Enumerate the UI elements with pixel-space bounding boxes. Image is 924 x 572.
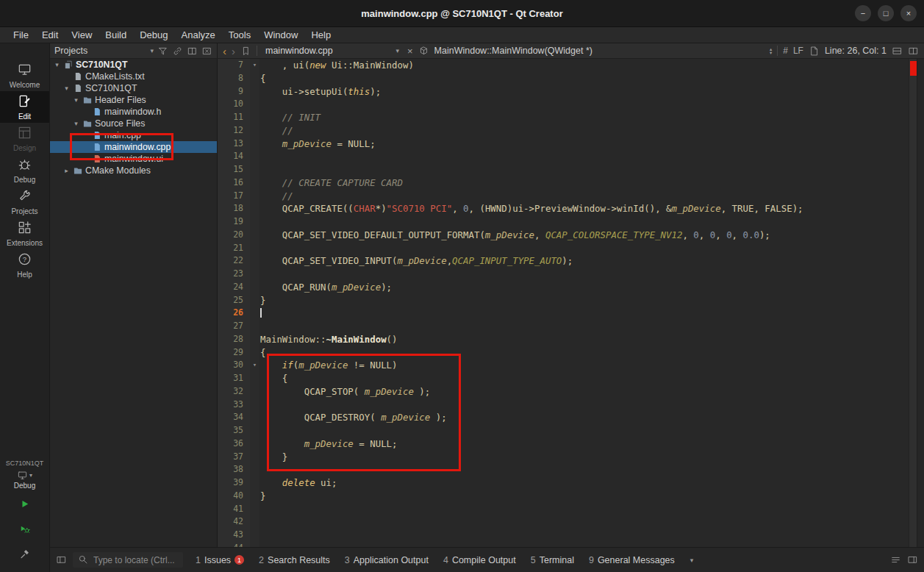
tree-item-mainwindow-h[interactable]: mainwindow.h	[50, 106, 217, 118]
code-line-25[interactable]: 25}	[218, 294, 909, 307]
expander-icon[interactable]: ▾	[62, 85, 71, 92]
tree-item-cmakelists-txt[interactable]: CMakeLists.txt	[50, 71, 217, 82]
output-pane-search-results[interactable]: 2Search Results	[252, 553, 337, 568]
code-line-19[interactable]: 19	[218, 215, 909, 229]
tree-item-mainwindow-ui[interactable]: mainwindow.ui	[50, 153, 217, 165]
code-line-22[interactable]: 22 QCAP_SET_VIDEO_INPUT(m_pDevice,QCAP_I…	[218, 254, 909, 268]
mode-projects[interactable]: Projects	[0, 186, 49, 218]
editor-scrollbar[interactable]	[909, 59, 917, 547]
code-line-14[interactable]: 14	[218, 150, 909, 163]
mode-extensions[interactable]: Extensions	[0, 218, 49, 249]
tree-item-sc710n1qt[interactable]: ▾SC710N1QT	[50, 59, 217, 71]
mode-debug[interactable]: Debug	[0, 154, 49, 186]
code-line-37[interactable]: 37 }	[218, 451, 909, 464]
tree-item-main-cpp[interactable]: main.cpp	[50, 129, 217, 141]
code-line-10[interactable]: 10	[218, 98, 909, 111]
code-line-12[interactable]: 12 //	[218, 124, 909, 137]
build-button[interactable]	[0, 543, 49, 565]
code-line-17[interactable]: 17 //	[218, 190, 909, 203]
menu-debug[interactable]: Debug	[134, 28, 173, 42]
locator-input[interactable]: Type to locate (Ctrl...	[73, 552, 183, 568]
code-line-21[interactable]: 21	[218, 242, 909, 255]
menu-edit[interactable]: Edit	[36, 28, 64, 42]
menu-view[interactable]: View	[65, 28, 98, 42]
mode-welcome[interactable]: Welcome	[0, 60, 49, 91]
output-pane-terminal[interactable]: 5Terminal	[524, 553, 581, 568]
tree-item-cmake-modules[interactable]: ▸CMake Modules	[50, 165, 217, 176]
mode-design[interactable]: Design	[0, 123, 49, 154]
expander-icon[interactable]: ▾	[53, 61, 61, 68]
output-pane-compile-output[interactable]: 4Compile Output	[437, 553, 523, 568]
output-pane-general-messages[interactable]: 9General Messages	[582, 553, 681, 568]
bookmark-icon[interactable]	[240, 46, 251, 57]
tree-item-mainwindow-cpp[interactable]: mainwindow.cpp	[50, 141, 217, 153]
output-pane-application-output[interactable]: 3Application Output	[338, 553, 435, 568]
mode-edit[interactable]: Edit	[0, 91, 49, 123]
code-line-38[interactable]: 38	[218, 463, 909, 476]
go-back-icon[interactable]: ‹	[223, 46, 226, 57]
code-line-16[interactable]: 16 // CREATE CAPTURE CARD	[218, 176, 909, 190]
toggle-left-sidebar-icon[interactable]	[56, 554, 67, 565]
symbol-selector[interactable]: MainWindow::MainWindow(QWidget *) ▴▾	[434, 46, 773, 56]
run-button[interactable]	[0, 493, 49, 515]
split-pane-icon[interactable]	[187, 46, 198, 57]
code-line-24[interactable]: 24 QCAP_RUN(m_pDevice);	[218, 281, 909, 294]
tree-item-sc710n1qt[interactable]: ▾SC710N1QT	[50, 82, 217, 94]
code-line-13[interactable]: 13 m_pDevice = NULL;	[218, 137, 909, 151]
code-line-36[interactable]: 36 m_pDevice = NULL;	[218, 437, 909, 451]
code-line-9[interactable]: 9 ui->setupUi(this);	[218, 85, 909, 99]
menu-tools[interactable]: Tools	[223, 28, 257, 42]
maximize-button[interactable]: □	[878, 5, 894, 21]
open-document-selector[interactable]: mainwindow.cpp ▾	[262, 46, 402, 56]
code-line-23[interactable]: 23	[218, 268, 909, 281]
code-line-7[interactable]: 7▾ , ui(new Ui::MainWindow)	[218, 59, 909, 72]
line-ending-selector[interactable]: LF	[793, 46, 803, 56]
code-line-20[interactable]: 20 QCAP_SET_VIDEO_DEFAULT_OUTPUT_FORMAT(…	[218, 229, 909, 242]
go-forward-icon[interactable]: ›	[232, 46, 235, 57]
code-line-29[interactable]: 29{	[218, 346, 909, 360]
code-line-44[interactable]: 44	[218, 542, 909, 547]
code-line-26[interactable]: 26	[218, 307, 909, 320]
projects-dropdown-icon[interactable]: ▾	[150, 47, 154, 54]
menu-analyze[interactable]: Analyze	[176, 28, 221, 42]
code-line-18[interactable]: 18 QCAP_CREATE((CHAR*)"SC0710 PCI", 0, (…	[218, 202, 909, 215]
code-line-31[interactable]: 31 {	[218, 372, 909, 385]
menu-build[interactable]: Build	[99, 28, 132, 42]
encoding-hash-label[interactable]: #	[783, 46, 788, 56]
menu-window[interactable]: Window	[258, 28, 304, 42]
close-document-icon[interactable]: ×	[407, 46, 413, 57]
code-line-34[interactable]: 34 QCAP_DESTROY( m_pDevice );	[218, 411, 909, 424]
symbol-spin-icons[interactable]: ▴▾	[770, 47, 772, 55]
fold-marker-icon[interactable]: ▾	[250, 359, 259, 372]
output-pane-issues[interactable]: 1Issues1	[189, 553, 251, 568]
expander-icon[interactable]: ▾	[72, 120, 80, 127]
file-properties-icon[interactable]	[809, 46, 820, 57]
fold-marker-icon[interactable]: ▾	[250, 59, 259, 72]
progress-details-icon[interactable]	[890, 554, 901, 565]
tree-item-source-files[interactable]: ▾Source Files	[50, 118, 217, 129]
menu-file[interactable]: File	[7, 28, 35, 42]
sync-with-editor-icon[interactable]	[172, 46, 183, 57]
close-split-icon[interactable]	[908, 46, 919, 57]
split-editor-icon[interactable]	[892, 46, 903, 57]
code-line-39[interactable]: 39 delete ui;	[218, 476, 909, 490]
tree-item-header-files[interactable]: ▾Header Files	[50, 94, 217, 106]
code-line-41[interactable]: 41	[218, 503, 909, 516]
menu-help[interactable]: Help	[305, 28, 337, 42]
code-line-32[interactable]: 32 QCAP_STOP( m_pDevice );	[218, 385, 909, 398]
code-line-43[interactable]: 43	[218, 529, 909, 542]
code-line-30[interactable]: 30▾ if(m_pDevice != NULL)	[218, 359, 909, 372]
code-editor[interactable]: 7▾ , ui(new Ui::MainWindow)8{9 ui->setup…	[218, 59, 924, 547]
filter-icon[interactable]	[157, 46, 168, 57]
mode-help[interactable]: ?Help	[0, 249, 49, 281]
code-line-15[interactable]: 15	[218, 163, 909, 176]
expander-icon[interactable]: ▸	[62, 167, 71, 174]
code-line-42[interactable]: 42	[218, 515, 909, 529]
toggle-right-sidebar-icon[interactable]	[907, 554, 918, 565]
code-line-28[interactable]: 28MainWindow::~MainWindow()	[218, 333, 909, 346]
kit-selector[interactable]: ▾ Debug	[14, 470, 35, 490]
minimize-button[interactable]: −	[855, 5, 871, 21]
code-line-33[interactable]: 33	[218, 398, 909, 412]
code-line-35[interactable]: 35	[218, 424, 909, 437]
code-line-40[interactable]: 40}	[218, 490, 909, 503]
